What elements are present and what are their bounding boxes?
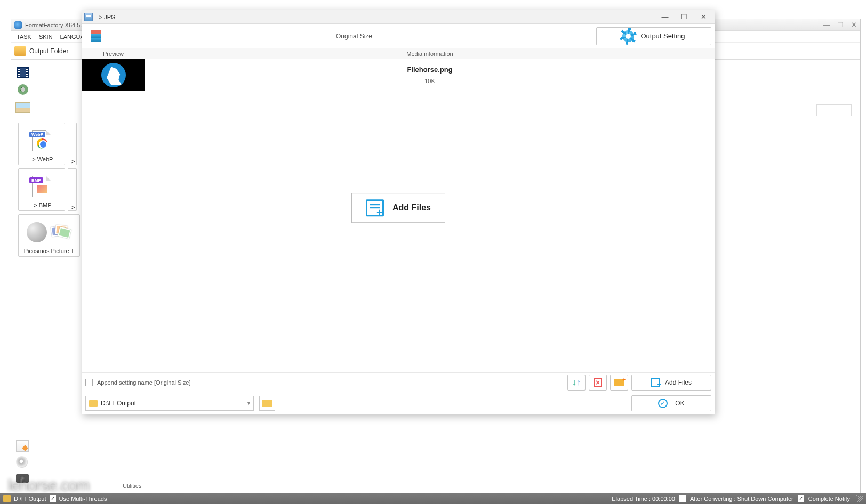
tile-partial-label: -> xyxy=(69,158,75,165)
delete-icon xyxy=(594,378,602,387)
add-files-big-label: Add Files xyxy=(392,203,431,213)
stacked-profile-icon[interactable] xyxy=(85,27,107,46)
gear-icon xyxy=(622,30,634,42)
filehorse-logo-icon xyxy=(101,63,126,87)
dialog-header: Original Size Output Setting xyxy=(82,24,715,48)
check-circle-icon: ✓ xyxy=(658,399,668,408)
dialog-bottom-row-1: Append setting name [Original Size] Add … xyxy=(82,372,715,392)
column-headers: Preview Media information xyxy=(82,48,715,59)
dialog-maximize-button[interactable]: ☐ xyxy=(675,12,693,22)
category-picture[interactable] xyxy=(14,100,32,115)
col-preview-header[interactable]: Preview xyxy=(82,48,145,59)
add-files-small-label: Add Files xyxy=(665,379,692,386)
file-info: Filehorse.png 10K xyxy=(145,59,715,91)
output-setting-label: Output Setting xyxy=(640,32,685,40)
add-files-button[interactable]: Add Files xyxy=(631,375,711,391)
output-path-combo[interactable]: D:\FFOutput ▾ xyxy=(85,396,254,411)
browse-folder-icon xyxy=(262,400,272,407)
format-tiles: WebP -> WebP -> BMP -> BMP -> Picosmos P… xyxy=(18,123,80,257)
output-folder-button[interactable]: Output Folder xyxy=(29,47,68,55)
add-files-small-icon xyxy=(651,378,660,387)
tile-picosmos[interactable]: Picosmos Picture T xyxy=(18,214,80,257)
camera-icon[interactable] xyxy=(16,474,29,483)
file-name: Filehorse.png xyxy=(407,66,452,74)
col-media-header[interactable]: Media information xyxy=(145,48,715,59)
file-row[interactable]: Filehorse.png 10K xyxy=(82,59,715,91)
dialog-close-button[interactable]: ✕ xyxy=(694,12,712,22)
app-icon xyxy=(14,21,22,29)
chevron-down-icon: ▾ xyxy=(247,400,250,406)
ok-button[interactable]: ✓ OK xyxy=(631,395,711,411)
sort-icon xyxy=(572,378,581,387)
elapsed-time: Elapsed Time : 00:00:00 xyxy=(612,495,675,502)
statusbar-folder-icon[interactable] xyxy=(3,495,11,502)
output-path-value: D:\FFOutput xyxy=(101,400,136,407)
tile-webp[interactable]: WebP -> WebP xyxy=(18,123,65,165)
bottom-icons xyxy=(16,440,29,483)
disc-icon[interactable] xyxy=(16,456,28,468)
resize-grip-icon[interactable] xyxy=(856,495,863,502)
tile-webp-label: -> WebP xyxy=(30,156,53,162)
append-setting-label: Append setting name [Original Size] xyxy=(97,379,191,386)
statusbar: D:\FFOutput ✓ Use Multi-Threads Elapsed … xyxy=(0,493,866,504)
remove-button[interactable] xyxy=(589,375,607,391)
folder-plus-icon xyxy=(614,379,624,386)
right-panel-strip xyxy=(816,104,852,116)
dialog-body: Add Files xyxy=(82,91,715,372)
tile-partial-1[interactable]: -> xyxy=(68,123,77,165)
notify-check[interactable]: ✓ xyxy=(798,495,804,502)
combo-folder-icon xyxy=(89,400,98,407)
category-video[interactable] xyxy=(14,65,32,80)
dialog-title: -> JPG xyxy=(97,14,116,20)
dialog-format-icon xyxy=(84,13,93,21)
statusbar-path[interactable]: D:\FFOutput xyxy=(14,495,46,502)
tile-picosmos-label: Picosmos Picture T xyxy=(24,248,75,254)
append-setting-check[interactable] xyxy=(85,379,93,386)
tile-bmp-label: -> BMP xyxy=(32,202,52,208)
add-folder-button[interactable] xyxy=(610,375,628,391)
note-icon[interactable] xyxy=(16,440,29,452)
ok-label: OK xyxy=(675,400,684,407)
file-thumbnail xyxy=(82,59,145,91)
shutdown-check[interactable] xyxy=(679,495,686,502)
minimize-icon[interactable]: — xyxy=(823,21,830,29)
dialog-bottom-row-2: D:\FFOutput ▾ ✓ OK xyxy=(82,392,715,414)
menu-task[interactable]: TASK xyxy=(17,34,31,40)
output-setting-button[interactable]: Output Setting xyxy=(596,27,711,45)
menu-skin[interactable]: SKIN xyxy=(39,34,53,40)
category-audio[interactable] xyxy=(14,82,32,97)
folder-icon xyxy=(14,46,26,56)
browse-folder-button[interactable] xyxy=(259,396,275,411)
app-title: FormatFactory X64 5.6 xyxy=(25,22,85,28)
close-icon[interactable]: ✕ xyxy=(851,21,857,29)
use-threads-label: Use Multi-Threads xyxy=(59,495,107,502)
tile-partial-2[interactable]: -> xyxy=(68,168,77,211)
shutdown-label: After Converting : Shut Down Computer xyxy=(690,495,793,502)
notify-label: Complete Notify xyxy=(808,495,850,502)
use-threads-check[interactable]: ✓ xyxy=(50,495,56,502)
sort-button[interactable] xyxy=(567,375,586,391)
add-files-big-button[interactable]: Add Files xyxy=(351,193,445,223)
file-size: 10K xyxy=(424,78,435,84)
convert-dialog: -> JPG — ☐ ✕ Original Size Output Settin… xyxy=(82,10,715,414)
utilities-label: Utilities xyxy=(123,483,141,489)
size-label: Original Size xyxy=(112,32,596,40)
dialog-titlebar: -> JPG — ☐ ✕ xyxy=(82,10,715,24)
tile-bmp[interactable]: BMP -> BMP xyxy=(18,168,65,211)
add-files-icon xyxy=(366,199,384,216)
maximize-icon[interactable]: ☐ xyxy=(837,21,844,29)
tile-partial-label-2: -> xyxy=(69,204,75,210)
dialog-minimize-button[interactable]: — xyxy=(656,12,674,22)
